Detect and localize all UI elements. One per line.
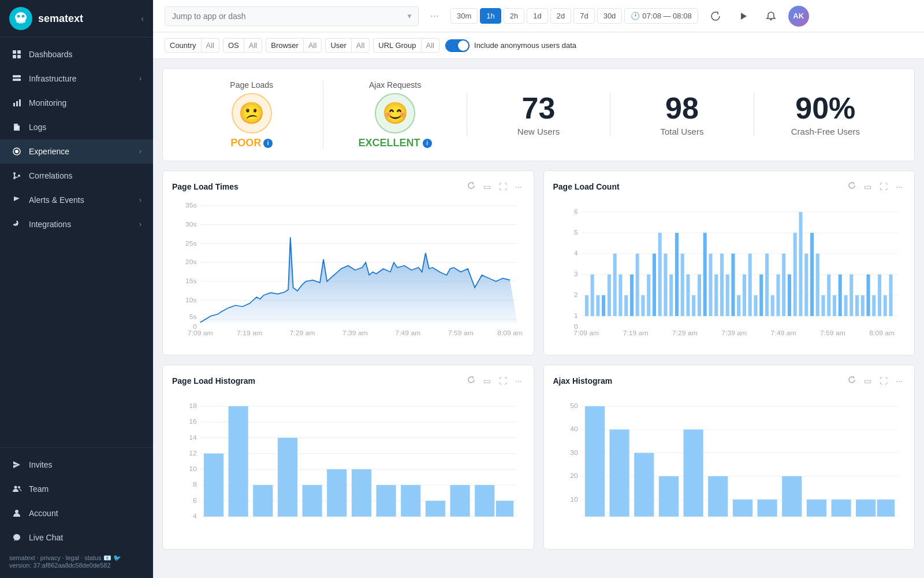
chart-title: Ajax Histogram (553, 376, 613, 386)
chart-area: 35s 30s 25s 20s 15s 10s 5s 0 (172, 199, 524, 338)
filter-country: Country All (165, 38, 219, 53)
sidebar-item-correlations[interactable]: Correlations (0, 164, 153, 188)
svg-rect-166 (609, 429, 629, 517)
svg-rect-109 (844, 295, 847, 316)
svg-rect-82 (692, 295, 695, 316)
time-btn-7d[interactable]: 7d (573, 8, 594, 24)
sidebar-item-dashboards[interactable]: Dashboards (0, 42, 153, 66)
chart-minimize-button[interactable]: ▭ (481, 375, 493, 387)
svg-text:5: 5 (573, 229, 578, 236)
svg-rect-85 (709, 254, 712, 316)
sidebar-item-infrastructure[interactable]: Infrastructure › (0, 66, 153, 91)
filter-browser-value[interactable]: All (303, 38, 322, 53)
svg-rect-13 (16, 101, 18, 106)
sidebar-footer: sematext · privacy · legal · status 📧 🐦 … (0, 550, 153, 573)
filter-user-label: User (325, 38, 351, 53)
chart-ajax-histogram: Ajax Histogram ▭ ⛶ ··· (543, 365, 915, 550)
svg-rect-150 (426, 501, 445, 516)
play-button[interactable] (733, 6, 754, 27)
search-input[interactable] (165, 6, 419, 26)
sidebar-item-account[interactable]: Account (0, 501, 153, 525)
poor-info-icon[interactable]: i (263, 139, 273, 148)
svg-text:35s: 35s (185, 202, 197, 209)
svg-rect-87 (720, 254, 723, 316)
svg-rect-144 (278, 438, 297, 516)
svg-text:6: 6 (573, 209, 578, 215)
chart-minimize-button[interactable]: ▭ (862, 375, 874, 387)
sidebar-item-label: Logs (29, 123, 46, 132)
total-users-count: 98 (665, 93, 699, 123)
svg-text:0: 0 (193, 323, 197, 329)
content-area: Page Loads 😕 POOR i Ajax Requests 😊 EXCE… (153, 59, 924, 578)
svg-text:40: 40 (570, 426, 578, 432)
chart-refresh-button[interactable] (845, 375, 858, 387)
chart-minimize-button[interactable]: ▭ (862, 181, 874, 192)
svg-rect-113 (866, 275, 870, 316)
filter-urlgroup-value[interactable]: All (421, 38, 439, 53)
time-btn-30d[interactable]: 30d (597, 8, 623, 24)
time-btn-2d[interactable]: 2d (550, 8, 571, 24)
svg-rect-64 (590, 275, 594, 316)
more-options-button[interactable]: ··· (426, 8, 444, 24)
svg-text:7:09 am: 7:09 am (573, 329, 599, 336)
chart-refresh-button[interactable] (465, 180, 478, 192)
stat-ajax-requests: Ajax Requests 😊 EXCELLENT i (323, 80, 466, 149)
svg-text:8:09 am: 8:09 am (497, 329, 523, 336)
sidebar-item-label: Monitoring (29, 98, 66, 108)
svg-rect-90 (737, 295, 740, 316)
svg-point-22 (18, 175, 20, 177)
time-btn-30m[interactable]: 30m (450, 8, 478, 24)
svg-rect-148 (377, 485, 396, 517)
sidebar-item-logs[interactable]: Logs (0, 115, 153, 139)
sidebar-item-experience[interactable]: Experience › (0, 139, 153, 164)
svg-rect-145 (303, 485, 322, 517)
time-controls: 30m 1h 2h 1d 2d 7d 30d 🕐 07:08 — 08:08 (450, 8, 698, 24)
svg-text:7:59 am: 7:59 am (448, 329, 474, 336)
refresh-button[interactable] (705, 6, 726, 27)
chart-header: Ajax Histogram ▭ ⛶ ··· (553, 375, 906, 387)
filter-country-value[interactable]: All (201, 38, 219, 53)
svg-rect-79 (675, 233, 678, 316)
sidebar-item-live-chat[interactable]: Live Chat (0, 525, 153, 550)
sidebar-item-invites[interactable]: Invites (0, 453, 153, 477)
chart-more-button[interactable]: ··· (893, 181, 905, 192)
filter-bar: Country All OS All Browser All User All … (153, 32, 924, 59)
chart-refresh-button[interactable] (845, 180, 858, 192)
svg-rect-92 (748, 254, 751, 316)
excellent-info-icon[interactable]: i (423, 139, 432, 148)
server-icon (12, 73, 22, 84)
total-users-label: Total Users (660, 127, 703, 136)
crash-free-label: Crash-Free Users (791, 127, 860, 136)
sidebar-item-team[interactable]: Team (0, 477, 153, 501)
anonymous-toggle[interactable] (445, 39, 470, 52)
chart-fullscreen-button[interactable]: ⛶ (497, 375, 509, 387)
svg-rect-89 (731, 254, 735, 316)
sidebar-collapse-button[interactable]: ‹ (141, 14, 144, 23)
time-btn-2h[interactable]: 2h (504, 8, 524, 24)
svg-text:18: 18 (189, 403, 197, 409)
svg-rect-171 (732, 499, 752, 516)
svg-text:16: 16 (189, 418, 197, 425)
svg-rect-73 (641, 295, 644, 316)
filter-os-value[interactable]: All (244, 38, 262, 53)
svg-rect-93 (754, 295, 757, 316)
chart-more-button[interactable]: ··· (513, 181, 524, 192)
chart-fullscreen-button[interactable]: ⛶ (877, 375, 890, 387)
svg-point-11 (19, 79, 20, 80)
sidebar-item-monitoring[interactable]: Monitoring (0, 91, 153, 115)
chart-minimize-button[interactable]: ▭ (481, 181, 493, 192)
chart-fullscreen-button[interactable]: ⛶ (497, 181, 509, 192)
sidebar-item-alerts-events[interactable]: Alerts & Events › (0, 188, 153, 212)
time-btn-1h[interactable]: 1h (480, 8, 501, 24)
chart-refresh-button[interactable] (465, 375, 478, 387)
chart-more-button[interactable]: ··· (513, 375, 524, 387)
chart-more-button[interactable]: ··· (893, 375, 905, 387)
chart-fullscreen-button[interactable]: ⛶ (877, 181, 890, 192)
sidebar-item-integrations[interactable]: Integrations › (0, 212, 153, 236)
anonymous-toggle-container: Include anonymous users data (445, 39, 576, 52)
avatar[interactable]: AK (788, 6, 809, 27)
time-btn-1d[interactable]: 1d (527, 8, 547, 24)
notifications-button[interactable] (761, 6, 781, 27)
filter-user-value[interactable]: All (351, 38, 370, 53)
search-bar: ▼ (165, 6, 419, 26)
